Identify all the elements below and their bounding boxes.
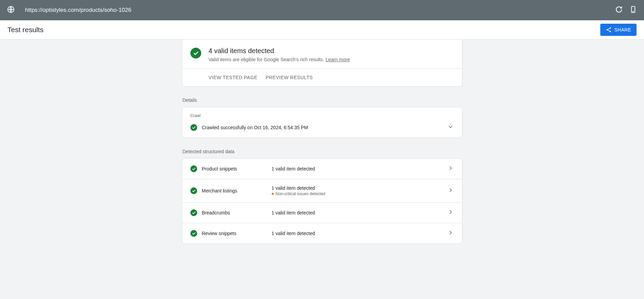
refresh-icon[interactable] — [615, 5, 623, 15]
row-status: 1 valid item detected — [272, 231, 447, 236]
check-circle-icon — [190, 48, 201, 59]
check-circle-icon — [190, 187, 197, 194]
share-label: SHARE — [615, 27, 631, 32]
page-header: Test results SHARE — [0, 20, 644, 40]
url-bar: https://optistyles.com/products/soho-102… — [0, 0, 644, 20]
share-button[interactable]: SHARE — [600, 24, 637, 36]
row-name: Breadcrumbs — [202, 210, 230, 215]
crawl-status-text: Crawled successfully on Oct 16, 2024, 6:… — [202, 125, 442, 130]
chevron-right-icon — [447, 187, 454, 195]
row-issue: Non-critical issues detected — [272, 191, 447, 196]
structured-data-section-label: Detected structured data — [183, 149, 462, 154]
smartphone-icon[interactable] — [629, 5, 637, 15]
row-name: Product snippets — [202, 166, 237, 171]
summary-card: 4 valid items detected Valid items are e… — [182, 40, 462, 87]
tested-url[interactable]: https://optistyles.com/products/soho-102… — [25, 7, 615, 14]
warning-dot-icon — [272, 193, 274, 195]
preview-results-button[interactable]: PREVIEW RESULTS — [266, 75, 313, 80]
learn-more-link[interactable]: Learn more — [326, 57, 350, 62]
check-circle-icon — [190, 124, 197, 131]
structured-data-row[interactable]: Breadcrumbs1 valid item detected — [182, 203, 462, 223]
chevron-right-icon — [447, 165, 454, 173]
chevron-right-icon — [447, 229, 454, 237]
check-circle-icon — [190, 230, 197, 237]
content-area: 4 valid items detected Valid items are e… — [0, 40, 644, 299]
structured-data-row[interactable]: Review snippets1 valid item detected — [182, 223, 462, 244]
row-status: 1 valid item detected — [272, 166, 447, 171]
row-status: 1 valid item detected — [272, 210, 447, 215]
summary-title: 4 valid items detected — [209, 47, 350, 55]
details-section-label: Details — [183, 97, 462, 103]
structured-data-list: Product snippets1 valid item detectedMer… — [182, 158, 462, 244]
page-title: Test results — [7, 26, 600, 34]
summary-subtitle: Valid items are eligible for Google Sear… — [209, 57, 350, 62]
check-circle-icon — [190, 209, 197, 216]
chevron-right-icon — [447, 209, 454, 217]
structured-data-row[interactable]: Product snippets1 valid item detected — [182, 159, 462, 179]
check-circle-icon — [190, 165, 197, 172]
structured-data-row[interactable]: Merchant listings1 valid item detectedNo… — [182, 179, 462, 203]
chevron-down-icon — [447, 123, 454, 132]
share-icon — [606, 27, 612, 33]
row-name: Review snippets — [202, 231, 236, 236]
view-tested-page-button[interactable]: VIEW TESTED PAGE — [209, 75, 257, 80]
crawl-label: Crawl — [190, 113, 454, 118]
row-status: 1 valid item detected — [272, 185, 447, 191]
row-name: Merchant listings — [202, 188, 237, 193]
globe-icon — [7, 5, 25, 15]
crawl-card[interactable]: Crawl Crawled successfully on Oct 16, 20… — [182, 107, 462, 138]
